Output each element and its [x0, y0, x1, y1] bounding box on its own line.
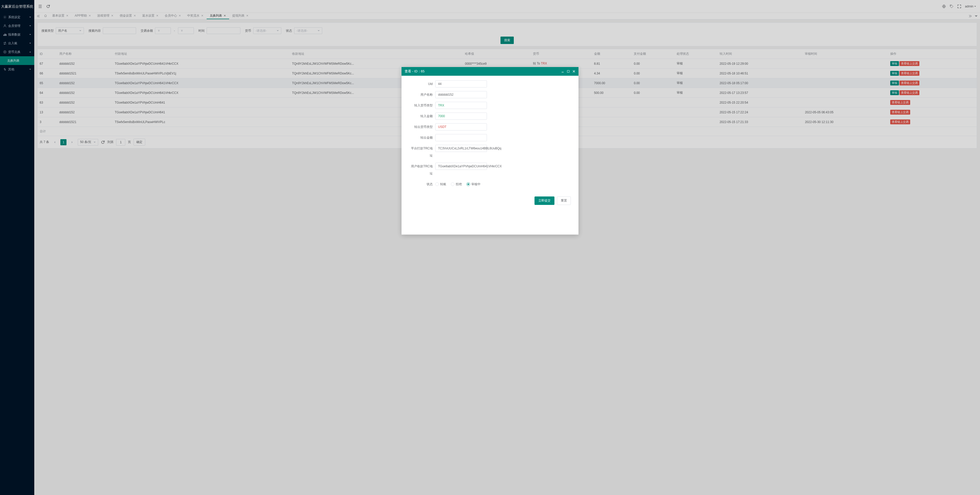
view-modal: 查看 - ID：65 Uid44 用户名称dddddd152 转入货币类型TRX… [401, 67, 579, 235]
modal-inamt-input[interactable]: 7000 [435, 113, 487, 120]
close-icon[interactable] [572, 70, 576, 73]
modal-reset-button[interactable]: 重置 [557, 196, 571, 205]
minimize-icon[interactable] [561, 70, 564, 73]
modal-outamt-input[interactable] [435, 134, 487, 141]
modal-username-input[interactable]: dddddd152 [435, 91, 487, 98]
modal-plat-input[interactable]: TC3VvUUCxL2vRL1rLTW6eou14BBL6UuBQq [435, 145, 487, 152]
radio-reject[interactable]: 拒绝 [451, 182, 462, 186]
modal-incoin-input[interactable]: TRX [435, 102, 487, 109]
radio-transfer[interactable]: 转账 [435, 182, 446, 186]
maximize-icon[interactable] [567, 70, 570, 73]
svg-rect-8 [567, 70, 569, 72]
radio-auditing[interactable]: 审核中 [466, 182, 480, 186]
modal-uid-input[interactable]: 44 [435, 80, 487, 88]
modal-title: 查看 - ID：65 [404, 69, 425, 74]
modal-submit-button[interactable]: 立即提交 [535, 196, 554, 205]
modal-outcoin-input[interactable]: USDT [435, 123, 487, 131]
modal-recv-input[interactable]: TGoe8abtXDe1aYPVhjwDCUmH641VHkrCCX [435, 163, 487, 170]
